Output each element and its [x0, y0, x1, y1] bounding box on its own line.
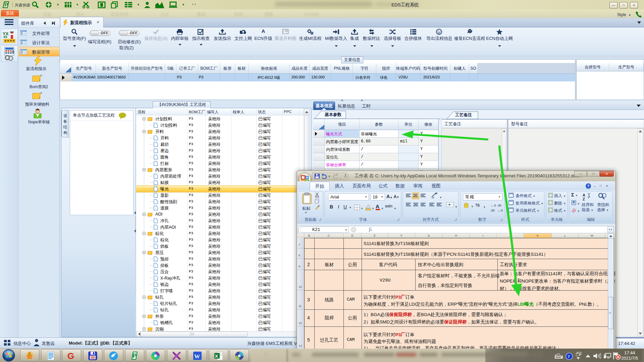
- svg-text:?: ?: [568, 354, 570, 359]
- svg-text:W: W: [194, 353, 200, 360]
- svg-text:X: X: [215, 354, 218, 359]
- svg-text:P: P: [132, 353, 137, 359]
- svg-text:64: 64: [93, 358, 96, 360]
- svg-text:G: G: [67, 351, 74, 361]
